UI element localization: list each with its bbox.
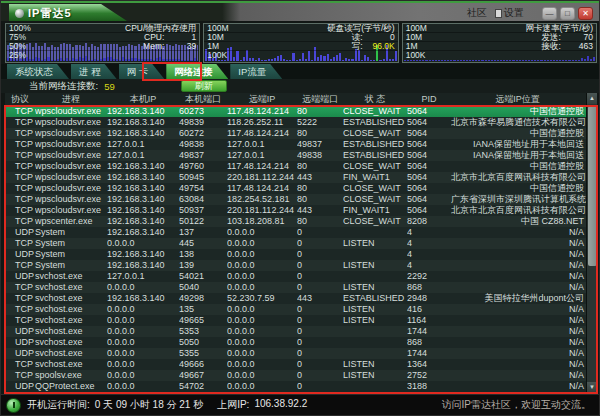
cell: 0.0.0.0 [227,304,297,315]
tab-ip-traffic[interactable]: IP流量 [230,64,282,79]
tab-network-connections[interactable]: 网络连接 [166,64,228,79]
cell: svchost.exe [35,304,107,315]
cell: TCP [5,304,35,315]
refresh-button[interactable]: 刷新 [181,80,227,92]
cell: 50937 [179,205,227,216]
cell: 445 [179,238,227,249]
cell: 0.0.0.0 [227,326,297,337]
cell: wpscloudsvr.exe [35,194,107,205]
cell: 0.0.0.0 [107,381,179,392]
table-row[interactable]: TCPwpscloudsvr.exe192.168.3.14050945220.… [5,172,588,183]
cell: 0 [297,282,343,293]
net-recv-value: 463 [567,42,593,50]
cell: 5222 [297,117,343,128]
cell: 0 [297,359,343,370]
cell: CLOSE_WAIT [343,128,407,139]
table-row[interactable]: TCPsvchost.exe0.0.0.0496660.0.0.00LISTEN… [5,359,588,370]
cell: LISTEN [343,370,407,381]
table-row[interactable]: TCPwpscloudsvr.exe192.168.3.14049754117.… [5,183,588,194]
table-row[interactable]: TCPwpscloudsvr.exe192.168.3.14060272117.… [5,128,588,139]
table-row[interactable]: UDPsvchost.exe0.0.0.053530.0.0.001744N/A [5,326,588,337]
table-row[interactable]: TCPsvchost.exe0.0.0.050400.0.0.00LISTEN8… [5,282,588,293]
cell: LISTEN [343,260,407,271]
cell: CLOSE_WAIT [343,183,407,194]
cell: svchost.exe [35,293,107,304]
cell: spoolsv.exe [35,370,107,381]
cell: 117.48.124.214 [227,161,297,172]
cell: 192.168.3.140 [107,117,179,128]
close-button[interactable]: ✕ [578,7,593,20]
scroll-up-icon[interactable]: ▲ [587,93,597,104]
table-row[interactable]: TCPwpscloudsvr.exe127.0.0.149838127.0.0.… [5,139,588,150]
table-row[interactable]: UDPQQProtect.exe0.0.0.0547020.0.0.003188… [5,381,588,392]
tab-system-status[interactable]: 系统状态 [7,64,69,79]
tab-bar: 系统状态 进 程 网 卡 网络连接 IP流量 [1,64,599,79]
table-row[interactable]: UDPSystem192.168.3.1401370.0.0.004N/A [5,227,588,238]
scroll-down-icon[interactable]: ▼ [587,382,597,393]
table-row[interactable]: UDPSystem192.168.3.1401380.0.0.004N/A [5,249,588,260]
cell: LISTEN [343,282,407,293]
cell: 0 [297,348,343,359]
cell: svchost.exe [35,359,107,370]
cell: 0 [297,271,343,282]
cell: N/A [451,370,588,381]
table-row[interactable]: TCPsvchost.exe0.0.0.01350.0.0.00LISTEN41… [5,304,588,315]
column-header[interactable]: 远端端口 [297,93,343,106]
cell: 192.168.3.140 [107,249,179,260]
cell [343,249,407,260]
maximize-button[interactable]: □ [560,7,575,20]
cell: 0.0.0.0 [227,282,297,293]
cell: 80 [297,106,343,117]
uptime-label: 开机运行时间: [27,398,90,412]
cell: 103.18.208.81 [227,216,297,227]
cell: 0.0.0.0 [107,315,179,326]
cell: TCP [5,260,35,271]
community-button[interactable]: 社区 [467,6,487,20]
cell [343,271,407,282]
table-row[interactable]: TCPsvchost.exe0.0.0.0496650.0.0.00LISTEN… [5,315,588,326]
table-row[interactable]: TCPwpscloudsvr.exe127.0.0.149837127.0.0.… [5,150,588,161]
column-header[interactable]: 远端IP位置 [451,93,588,106]
cell: TCP [5,161,35,172]
community-promo-text: 访问IP雷达社区，欢迎互动交流。 [442,398,591,412]
scrollbar-thumb[interactable] [588,106,597,266]
cell: 192.168.3.140 [107,216,179,227]
column-header[interactable]: 进程 [35,93,107,106]
table-row[interactable]: TCPSystem0.0.0.04450.0.0.00LISTEN4N/A [5,238,588,249]
table-header-row: 协议进程本机IP本机端口远端IP远端端口状 态PID远端IP位置 [5,93,588,106]
column-header[interactable]: 状 态 [343,93,407,106]
column-header[interactable]: 本机端口 [179,93,227,106]
table-row[interactable]: TCPwpscloudsvr.exe192.168.3.14060273117.… [5,106,588,117]
table-row[interactable]: TCPwpscloudsvr.exe192.168.3.14049839118.… [5,117,588,128]
table-row[interactable]: TCPspoolsv.exe0.0.0.0496670.0.0.00LISTEN… [5,370,588,381]
table-row[interactable]: TCPwpscloudsvr.exe192.168.3.14063084182.… [5,194,588,205]
table-scrollbar[interactable]: ▲ ▼ [586,93,597,393]
public-ip-label: 上网IP: [217,398,249,412]
cell: 52.230.7.59 [227,293,297,304]
cell: 127.0.0.1 [227,150,297,161]
table-row[interactable]: TCPwpscenter.exe192.168.3.14050122103.18… [5,216,588,227]
table-row[interactable]: TCPsvchost.exe192.168.3.1404929852.230.7… [5,293,588,304]
column-header[interactable]: 协议 [5,93,35,106]
table-row[interactable]: TCPwpscloudsvr.exe192.168.3.14049760117.… [5,161,588,172]
column-header[interactable]: 本机IP [107,93,179,106]
tab-processes[interactable]: 进 程 [71,64,117,79]
cell: ESTABLISHED [343,150,407,161]
table-row[interactable]: TCPSystem192.168.3.1401390.0.0.00LISTEN4… [5,260,588,271]
minimize-button[interactable]: — [542,7,557,20]
table-row[interactable]: UDPsvchost.exe127.0.0.1540210.0.0.002292… [5,271,588,282]
cell: 117.48.124.214 [227,128,297,139]
tab-network-card[interactable]: 网 卡 [119,64,165,79]
table-row[interactable]: UDPsvchost.exe0.0.0.053550.0.0.001744N/A [5,348,588,359]
column-header[interactable]: PID [407,94,451,104]
cell: UDP [5,348,35,359]
cell: 中国 CZ88.NET [451,216,588,227]
table-row[interactable]: UDPsvchost.exe0.0.0.050500.0.0.00868N/A [5,337,588,348]
cell: 443 [297,293,343,304]
cell: 127.0.0.1 [227,139,297,150]
cell: wpscloudsvr.exe [35,139,107,150]
cell: 0.0.0.0 [107,359,179,370]
column-header[interactable]: 远端IP [227,93,297,106]
table-row[interactable]: TCPwpscloudsvr.exe192.168.3.14050937220.… [5,205,588,216]
settings-button[interactable]: 设置 [495,6,524,20]
